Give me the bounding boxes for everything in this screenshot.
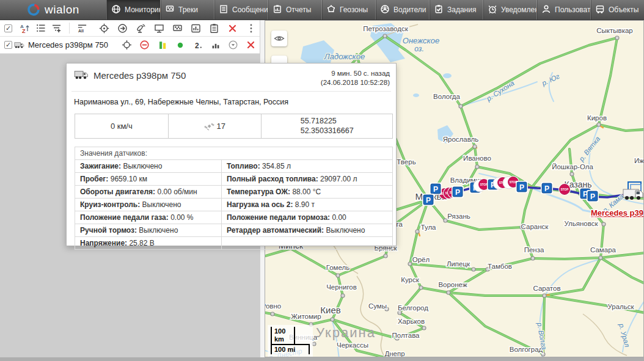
svg-text:Z: Z bbox=[22, 28, 26, 34]
svg-text:STOP: STOP bbox=[480, 183, 488, 186]
list-icon[interactable] bbox=[35, 23, 46, 34]
city-label: Киров bbox=[587, 114, 607, 122]
city-label: Самара bbox=[590, 246, 617, 253]
tab-notifications[interactable]: Уведомления bbox=[483, 0, 536, 20]
city-label: Воронеж bbox=[438, 281, 467, 288]
city-label: Ровно bbox=[265, 302, 281, 310]
target-icon[interactable] bbox=[99, 23, 109, 34]
parking-marker[interactable]: P bbox=[452, 186, 464, 198]
tab-drivers[interactable]: Водители bbox=[375, 0, 429, 20]
alarm-icon bbox=[488, 4, 497, 16]
stop-marker[interactable]: STOP bbox=[558, 183, 571, 195]
water-label: оз. bbox=[414, 45, 423, 53]
city-label: Петрозаводск bbox=[363, 25, 408, 32]
city-label: Саранск bbox=[521, 223, 549, 230]
timestamp: (24.06.2018 10:52:28) bbox=[321, 78, 390, 87]
bar-chart-icon[interactable] bbox=[210, 40, 221, 50]
tab-users[interactable]: Пользователи bbox=[536, 0, 590, 20]
tab-monitoring[interactable]: Мониторинг bbox=[106, 0, 160, 20]
crosshair-icon[interactable] bbox=[122, 40, 132, 50]
sensor-cell: Температура ОЖ: 88.00 °C bbox=[221, 185, 392, 198]
city-label: Харьков bbox=[398, 318, 425, 325]
arrow-circle-icon[interactable] bbox=[117, 23, 128, 34]
parking-marker[interactable]: P bbox=[422, 194, 434, 206]
city-label: Курск bbox=[401, 276, 419, 283]
job-icon bbox=[434, 4, 444, 16]
filter-add-icon[interactable] bbox=[51, 23, 62, 34]
eye-icon bbox=[274, 34, 285, 43]
sensor-cell: Нагрузка на ось 2: 8.90 т bbox=[221, 198, 392, 211]
svg-text:P: P bbox=[519, 183, 524, 192]
sensor-row: Положение педали газа: 0.00 %Положение п… bbox=[75, 211, 393, 224]
toolbar-right-group bbox=[99, 23, 257, 34]
svg-text:STOP: STOP bbox=[561, 188, 568, 191]
tab-tracks[interactable]: Треки bbox=[160, 0, 214, 20]
unit-row[interactable]: ✓ Mercedes p398рм 750 2 bbox=[0, 37, 260, 54]
no-entry-icon[interactable] bbox=[139, 40, 150, 50]
sensor-row: Напряжение: 25.82 В bbox=[75, 236, 393, 249]
bus-icon bbox=[595, 4, 605, 16]
coord-lon: 52.3503316667 bbox=[301, 126, 354, 136]
city-label: Гомель bbox=[326, 264, 349, 271]
monitor-icon[interactable] bbox=[154, 23, 164, 34]
unit-checkbox[interactable]: ✓ bbox=[4, 41, 12, 49]
green-dot-icon[interactable] bbox=[175, 40, 185, 50]
list-all-icon[interactable]: All bbox=[77, 23, 87, 34]
messages-icon bbox=[219, 4, 229, 16]
unit-info-table: 0 км/ч 17 55.718225 52.3503316667 bbox=[75, 114, 393, 139]
close-red-icon[interactable] bbox=[227, 23, 238, 34]
svg-text:2: 2 bbox=[195, 41, 199, 49]
speed-cell: 0 км/ч bbox=[75, 114, 169, 138]
unit-tooltip: Mercedes p398рм 750 9 мин. 50 с. назад (… bbox=[66, 63, 397, 246]
svg-text:P: P bbox=[590, 192, 595, 201]
chart-box-icon[interactable] bbox=[191, 23, 201, 34]
city-label: Белгород bbox=[398, 304, 428, 312]
satellite-dish-icon[interactable] bbox=[136, 23, 146, 34]
sort-az-icon[interactable]: AZ bbox=[20, 23, 30, 34]
sensor-row: Круиз-контроль: ВыключеноНагрузка на ось… bbox=[75, 198, 393, 211]
close-red-icon[interactable] bbox=[246, 40, 256, 50]
sensors-table: Значения датчиков: Зажигание: ВыключеноТ… bbox=[75, 147, 393, 250]
sensor-cell: Топливо: 354.85 л bbox=[221, 159, 392, 172]
time-ago: 9 мин. 50 с. назад bbox=[321, 69, 390, 78]
visibility-button[interactable] bbox=[271, 31, 287, 46]
sensor-cell: Пробег: 9659.10 км bbox=[75, 172, 222, 185]
city-label: Ульяновск bbox=[565, 220, 599, 227]
tab-jobs[interactable]: Задания bbox=[429, 0, 483, 20]
tab-messages[interactable]: Сообщения bbox=[214, 0, 268, 20]
dropdown-circle-icon[interactable] bbox=[228, 40, 238, 50]
tab-units[interactable]: Объекты bbox=[590, 0, 644, 20]
tab-reports[interactable]: Отчеты bbox=[268, 0, 321, 20]
sensor-cell: Обороты двигателя: 0.00 об/мин bbox=[75, 185, 222, 198]
city-label: Йошкар-Ола bbox=[552, 163, 593, 170]
clipboard-icon[interactable] bbox=[209, 23, 219, 34]
sensor-cell: Зажигание: Выключено bbox=[75, 159, 222, 172]
city-label: Орёл bbox=[412, 256, 430, 263]
coord-lat: 55.718225 bbox=[301, 116, 354, 126]
kebab-icon[interactable] bbox=[246, 23, 256, 34]
map-scale: 100 km 100 mi bbox=[268, 325, 313, 357]
country-label: Украина bbox=[316, 325, 376, 340]
parking-marker[interactable]: P bbox=[516, 181, 528, 193]
city-label: Тверь bbox=[397, 158, 415, 166]
fuel-bars-icon[interactable] bbox=[157, 40, 167, 50]
select-all-checkbox[interactable]: ✓ bbox=[4, 24, 12, 32]
city-label: Ярославль bbox=[443, 136, 479, 143]
tooltip-header: Mercedes p398рм 750 9 мин. 50 с. назад (… bbox=[71, 68, 391, 92]
city-label: Пенза bbox=[524, 246, 544, 253]
svg-text:P: P bbox=[544, 184, 549, 193]
digit2-icon[interactable]: 2 bbox=[192, 40, 203, 50]
unit-name: Mercedes p398рм 750 bbox=[28, 40, 108, 49]
city-label: Днепр bbox=[384, 350, 404, 357]
flag-dark-icon[interactable] bbox=[172, 23, 183, 34]
wialon-app: wialon МониторингТрекиСообщенияОтчетыГео… bbox=[0, 0, 644, 361]
parking-marker[interactable]: P bbox=[587, 190, 599, 202]
city-label: Рязань bbox=[447, 213, 470, 220]
parking-marker[interactable]: P bbox=[430, 183, 442, 195]
unit-address: Нариманова ул., 69, Набережные Челны, Та… bbox=[74, 98, 390, 106]
tab-geofences[interactable]: Геозоны bbox=[321, 0, 375, 20]
parking-marker[interactable]: P bbox=[541, 182, 553, 194]
city-label: Вологда bbox=[433, 93, 460, 100]
city-label: Чернигов bbox=[326, 283, 357, 291]
city-label: Сыктывкар bbox=[596, 27, 632, 34]
